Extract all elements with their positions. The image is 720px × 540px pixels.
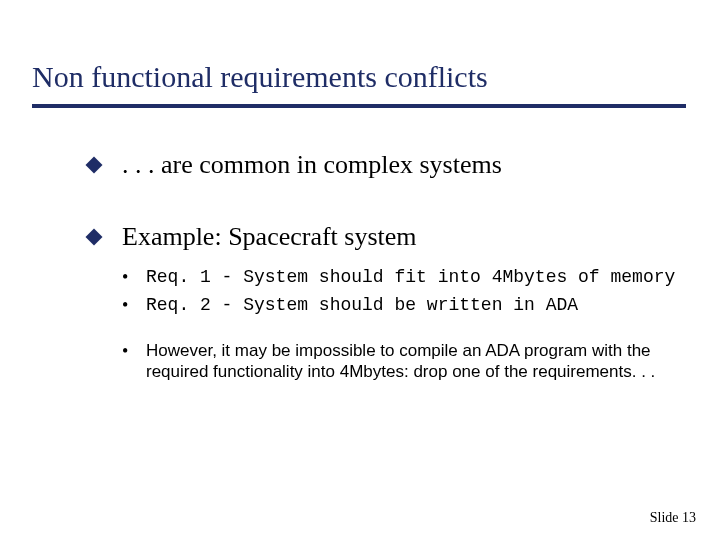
- slide-body: . . . are common in complex systems Exam…: [32, 150, 688, 382]
- diamond-icon: [86, 157, 103, 174]
- slide-footer: Slide 13: [650, 510, 696, 526]
- sub-item: • Req. 1 - System should fit into 4Mbyte…: [122, 266, 688, 288]
- sub-list: • Req. 1 - System should fit into 4Mbyte…: [88, 266, 688, 382]
- footer-label: Slide: [650, 510, 679, 525]
- bullet-text: Example: Spacecraft system: [122, 222, 417, 252]
- sub-item: • However, it may be impossible to compi…: [122, 340, 688, 382]
- sub-item: • Req. 2 - System should be written in A…: [122, 294, 688, 316]
- bullet-item: . . . are common in complex systems: [88, 150, 688, 180]
- note-text: However, it may be impossible to compile…: [146, 340, 688, 382]
- slide-number: 13: [682, 510, 696, 525]
- slide-title: Non functional requirements conflicts: [32, 60, 688, 94]
- requirement-text: Req. 2 - System should be written in ADA: [146, 294, 578, 316]
- spacer: [122, 322, 688, 340]
- bullet-dot-icon: •: [122, 266, 146, 288]
- bullet-item: Example: Spacecraft system: [88, 222, 688, 252]
- bullet-text: . . . are common in complex systems: [122, 150, 502, 180]
- bullet-dot-icon: •: [122, 340, 146, 362]
- bullet-dot-icon: •: [122, 294, 146, 316]
- requirement-text: Req. 1 - System should fit into 4Mbytes …: [146, 266, 675, 288]
- diamond-icon: [86, 229, 103, 246]
- title-rule: [32, 104, 686, 108]
- slide: Non functional requirements conflicts . …: [0, 0, 720, 540]
